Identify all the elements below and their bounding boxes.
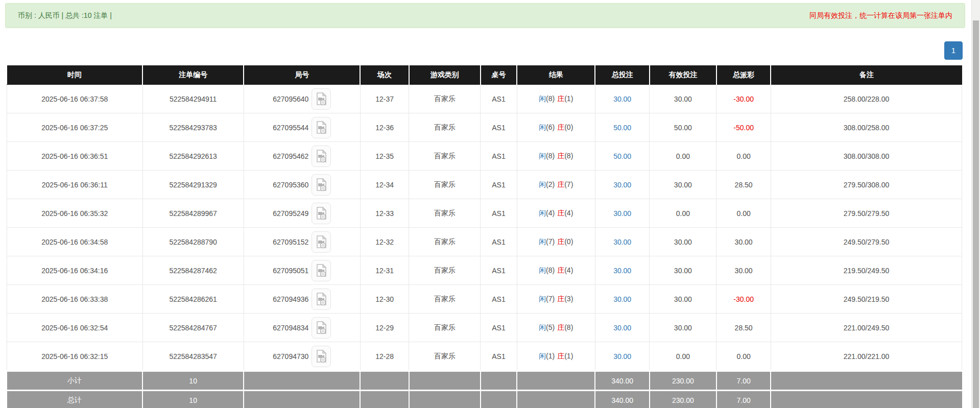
cell-remark: 258.00/228.00 [771, 85, 962, 113]
cell-payout: 30.00 [716, 228, 771, 256]
result-banker-label: 庄 [557, 180, 564, 188]
result-banker-value: (8) [564, 323, 573, 331]
result-player-value: (7) [546, 237, 555, 246]
cell-remark: 279.50/279.50 [771, 199, 962, 228]
cell-time: 2025-06-16 06:37:25 [7, 113, 143, 142]
table-header-row: 时间注单编号局号场次游戏类别桌号结果总投注有效投注总派彩备注 [7, 65, 962, 85]
round-number: 627094730 [273, 352, 308, 361]
cell-game-type: 百家乐 [409, 199, 481, 228]
cell-time: 2025-06-16 06:33:38 [7, 285, 143, 314]
scrollbar-thumb[interactable] [973, 20, 979, 408]
cell-payout: 0.00 [716, 199, 771, 228]
cell-session: 12-32 [360, 228, 409, 256]
column-header-time: 时间 [7, 65, 143, 85]
video-replay-icon[interactable] [312, 317, 331, 339]
cell-session: 12-31 [360, 256, 409, 285]
video-replay-icon[interactable] [312, 117, 331, 138]
column-header-session: 场次 [360, 65, 409, 85]
cell-bet-id: 522584294911 [142, 85, 244, 113]
cell-result: 闲(8)庄(1) [517, 85, 595, 113]
round-number: 627094834 [273, 324, 308, 332]
cell-result: 闲(8)庄(4) [517, 256, 595, 285]
cell-total-bet: 30.00 [595, 285, 650, 314]
result-banker-label: 庄 [557, 352, 564, 360]
pagination: 1 [944, 41, 963, 60]
video-replay-icon[interactable] [312, 203, 331, 224]
cell-round-no: 627095544 [244, 113, 360, 142]
result-banker-value: (8) [564, 152, 573, 160]
total-bet-link[interactable]: 50.00 [613, 152, 631, 160]
cell-session: 12-37 [360, 85, 409, 113]
video-replay-icon[interactable] [312, 231, 331, 253]
cell-round-no: 627094730 [244, 342, 360, 371]
result-banker-label: 庄 [557, 266, 564, 274]
cell-table-no: AS1 [481, 256, 517, 285]
video-replay-icon[interactable] [312, 346, 331, 367]
video-replay-icon[interactable] [312, 260, 331, 281]
table-row: 2025-06-16 06:32:54 522584284767 6270948… [7, 314, 962, 342]
cell-valid-bet: 50.00 [650, 113, 716, 142]
column-header-payout: 总派彩 [716, 65, 771, 85]
cell-time: 2025-06-16 06:37:58 [7, 85, 143, 113]
cell-remark: 308.00/258.00 [771, 113, 962, 142]
cell-remark: 249.50/219.50 [771, 285, 962, 314]
cell-valid-bet: 30.00 [650, 228, 716, 256]
cell-valid-bet: 0.00 [650, 199, 716, 228]
total-bet-link[interactable]: 30.00 [613, 352, 631, 361]
result-player-label: 闲 [539, 152, 546, 160]
vertical-scrollbar[interactable] [971, 0, 980, 408]
round-number: 627095249 [273, 209, 308, 218]
cell-bet-id: 522584291329 [142, 171, 244, 199]
video-replay-icon[interactable] [312, 289, 331, 310]
total-bet-link[interactable]: 30.00 [613, 95, 631, 103]
cell-bet-id: 522584283547 [142, 342, 244, 371]
result-banker-label: 庄 [557, 237, 564, 246]
result-player-label: 闲 [539, 180, 546, 188]
table-row: 2025-06-16 06:35:32 522584289967 6270952… [7, 199, 962, 228]
total-bet-link[interactable]: 50.00 [613, 124, 631, 132]
cell-table-no: AS1 [481, 314, 517, 342]
result-banker-label: 庄 [557, 295, 564, 303]
result-player-value: (2) [546, 180, 555, 188]
cell-time: 2025-06-16 06:32:54 [7, 314, 143, 342]
cell-session: 12-28 [360, 342, 409, 371]
total-bet-link[interactable]: 30.00 [613, 238, 631, 246]
cell-valid-bet: 30.00 [650, 171, 716, 199]
cell-table-no: AS1 [481, 171, 517, 199]
cell-remark: 219.50/249.50 [771, 256, 962, 285]
table-body: 2025-06-16 06:37:58 522584294911 6270956… [7, 85, 962, 371]
cell-table-no: AS1 [481, 285, 517, 314]
total-bet-link[interactable]: 30.00 [613, 181, 631, 189]
cell-bet-id: 522584286261 [142, 285, 244, 314]
round-number: 627095544 [273, 124, 308, 132]
cell-total-bet: 30.00 [595, 256, 650, 285]
round-number: 627095462 [273, 152, 308, 160]
result-banker-label: 庄 [557, 94, 564, 103]
total-bet-link[interactable]: 30.00 [613, 295, 631, 303]
cell-game-type: 百家乐 [409, 285, 481, 314]
cell-valid-bet: 0.00 [650, 342, 716, 371]
total-bet-link[interactable]: 30.00 [613, 324, 631, 332]
column-header-total-bet: 总投注 [595, 65, 650, 85]
column-header-valid-bet: 有效投注 [650, 65, 716, 85]
pagination-page-button[interactable]: 1 [944, 41, 963, 60]
total-bet-link[interactable]: 30.00 [613, 209, 631, 218]
video-replay-icon[interactable] [312, 88, 331, 110]
result-banker-value: (0) [564, 123, 573, 131]
cell-total-bet: 30.00 [595, 171, 650, 199]
cell-remark: 221.00/249.50 [771, 314, 962, 342]
cell-game-type: 百家乐 [409, 142, 481, 171]
total-valid-bet: 230.00 [650, 391, 716, 408]
table-row: 2025-06-16 06:34:16 522584287462 6270950… [7, 256, 962, 285]
cell-payout: 28.50 [716, 314, 771, 342]
table-row: 2025-06-16 06:32:15 522584283547 6270947… [7, 342, 962, 371]
cell-payout: 0.00 [716, 142, 771, 171]
video-replay-icon[interactable] [312, 146, 331, 167]
cell-game-type: 百家乐 [409, 342, 481, 371]
result-player-value: (8) [546, 94, 555, 103]
cell-round-no: 627095462 [244, 142, 360, 171]
total-bet-link[interactable]: 30.00 [613, 267, 631, 275]
cell-total-bet: 30.00 [595, 85, 650, 113]
video-replay-icon[interactable] [312, 174, 331, 196]
total-count: 10 [142, 391, 244, 408]
